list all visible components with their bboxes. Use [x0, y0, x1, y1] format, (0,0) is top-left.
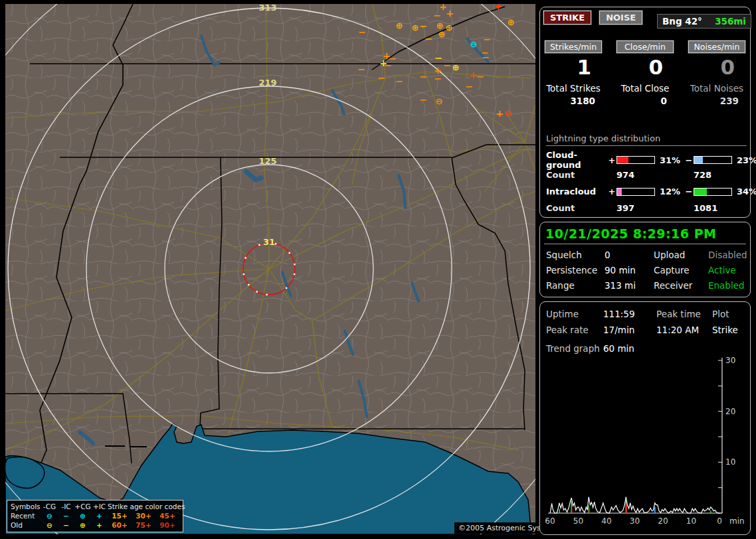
uptime-label: Uptime — [546, 309, 603, 319]
bearing-distance: 356mi — [715, 16, 746, 27]
trend-graph-row: Trend graph 60 min — [540, 335, 750, 354]
total-close-label: Total Close — [616, 83, 674, 94]
legend-cell: Recent — [11, 511, 41, 520]
mode-button-row: STRIKE NOISE Bng 42° 356mi — [540, 11, 746, 28]
legend-cell: ⊕ — [74, 520, 91, 530]
legend-cell: Symbols — [11, 502, 41, 511]
cg-negative-count: 728 — [694, 170, 733, 180]
plot-label: Plot — [712, 309, 744, 319]
strike-symbol: − — [434, 73, 442, 84]
legend-cell: +CG — [74, 502, 91, 511]
legend-cell: 90+ — [155, 520, 179, 530]
ring-distance-label: 125 — [258, 156, 276, 166]
cloud-ground-label: Cloud-ground — [546, 150, 607, 170]
strike-symbol: − — [433, 10, 441, 21]
map-canvas[interactable]: 31321912531 +++−−−⊕⊕⊕⊕⊕⊕−⊖−+−+−−−−−−−+−⊕… — [5, 4, 535, 534]
legend-cell: ⊖ — [41, 520, 58, 530]
squelch-label: Squelch — [546, 250, 605, 260]
capture-label: Capture — [654, 265, 708, 275]
strike-symbol: ⊕ — [412, 23, 419, 33]
total-noises-label: Total Noises — [688, 83, 745, 94]
close-ring-dot — [248, 284, 249, 285]
x-unit-label: min — [729, 516, 745, 526]
ic-positive-pct: 12% — [656, 187, 684, 196]
strike-symbol: − — [419, 94, 427, 105]
squelch-value: 0 — [605, 250, 654, 260]
ic-negative-bar — [694, 188, 732, 196]
legend-cell: 15+ — [108, 511, 132, 520]
strike-symbol: − — [357, 64, 365, 74]
x-tick-label: 30 — [630, 516, 640, 526]
total-close-value: 0 — [616, 96, 674, 106]
noise-mode-button[interactable]: NOISE — [599, 11, 642, 25]
strike-symbol: ⊖ — [436, 96, 443, 106]
total-strikes-value: 3180 — [545, 96, 602, 106]
range-label: Range — [546, 280, 605, 291]
legend-cell: -IC — [58, 502, 74, 511]
uptime-value: 111:59 — [603, 309, 656, 319]
lightning-detector-window: { "colors": { "land": "#6b6058", "water"… — [0, 0, 756, 539]
plus-sign: + — [607, 155, 616, 165]
strike-symbol: ⊕ — [508, 17, 515, 27]
legend-cell: 60+ — [108, 520, 132, 530]
noises-per-min-value: 0 — [688, 56, 745, 78]
ic-negative-count: 1081 — [694, 203, 733, 213]
ring-distance-label: 31 — [263, 237, 275, 247]
y-tick-label: 30 — [725, 356, 735, 365]
distribution-title: Lightning type distribution — [546, 133, 747, 146]
bearing-label: Bng 42° — [662, 16, 702, 27]
plot-value: Strike — [712, 325, 744, 335]
upload-label: Upload — [654, 250, 708, 260]
minus-sign: − — [684, 155, 694, 165]
strike-symbol: − — [465, 81, 473, 92]
peak-rate-value: 17/min — [603, 325, 656, 335]
strike-symbol: − — [395, 76, 403, 86]
close-per-min-button[interactable]: Close/min — [616, 40, 674, 53]
receiver-label: Receiver — [654, 280, 708, 291]
intracloud-label: Intracloud — [546, 187, 607, 196]
cg-positive-bar — [616, 156, 655, 164]
strikes-counter-column: Strikes/min 1 Total Strikes 3180 — [545, 40, 602, 106]
strikes-per-min-button[interactable]: Strikes/min — [545, 40, 602, 53]
legend-cell: + — [91, 520, 108, 530]
count-label: Count — [546, 203, 607, 213]
rate-counters: Strikes/min 1 Total Strikes 3180 Close/m… — [545, 40, 745, 106]
strike-symbol: − — [377, 72, 385, 83]
x-tick-label: 60 — [545, 516, 555, 526]
plus-sign: + — [607, 187, 616, 196]
ring-distance-label: 219 — [258, 78, 276, 88]
strike-symbol: − — [425, 33, 432, 44]
persistence-label: Persistence — [546, 265, 605, 275]
strike-symbol: + — [496, 108, 504, 119]
capture-status: Active — [708, 265, 747, 275]
legend-cell: -CG — [41, 502, 58, 511]
x-tick-label: 50 — [573, 516, 583, 526]
legend-cell: ⊖ — [41, 511, 58, 520]
strike-symbol: + — [494, 4, 502, 11]
close-ring-dot — [275, 243, 276, 244]
map-svg: 31321912531 +++−−−⊕⊕⊕⊕⊕⊕−⊖−+−+−−−−−−−+−⊕… — [5, 4, 535, 534]
total-noises-value: 239 — [688, 96, 745, 106]
strike-symbol: + — [446, 8, 454, 19]
cg-negative-pct: 23% — [733, 155, 756, 165]
lightning-type-distribution: Lightning type distribution Cloud-ground… — [546, 133, 747, 216]
legend-cell: 30+ — [132, 511, 155, 520]
settings-grid: Squelch 0 Upload Disabled Persistence 90… — [540, 250, 750, 291]
divider — [544, 244, 746, 244]
trend-graph: 1020306050403020100min — [541, 352, 749, 532]
trend-line — [550, 497, 719, 514]
strike-symbol: − — [482, 52, 490, 62]
peak-time-value: 11:20 AM — [656, 325, 712, 335]
legend-cell: − — [58, 520, 74, 530]
noises-per-min-button[interactable]: Noises/min — [688, 40, 745, 53]
strikes-per-min-value: 1 — [545, 56, 602, 78]
close-ring-dot — [289, 252, 290, 254]
strike-counters-box: STRIKE NOISE Bng 42° 356mi Strikes/min 1… — [539, 7, 751, 218]
persistence-value: 90 min — [605, 265, 654, 275]
cloud-ground-row: Cloud-ground + 31% − 23% — [546, 150, 747, 167]
strike-mode-button[interactable]: STRIKE — [543, 11, 591, 25]
legend-cell: 75+ — [132, 520, 155, 530]
strike-symbol: − — [443, 60, 451, 70]
strike-symbol: − — [358, 27, 366, 37]
legend-cell: +IC — [91, 502, 108, 511]
